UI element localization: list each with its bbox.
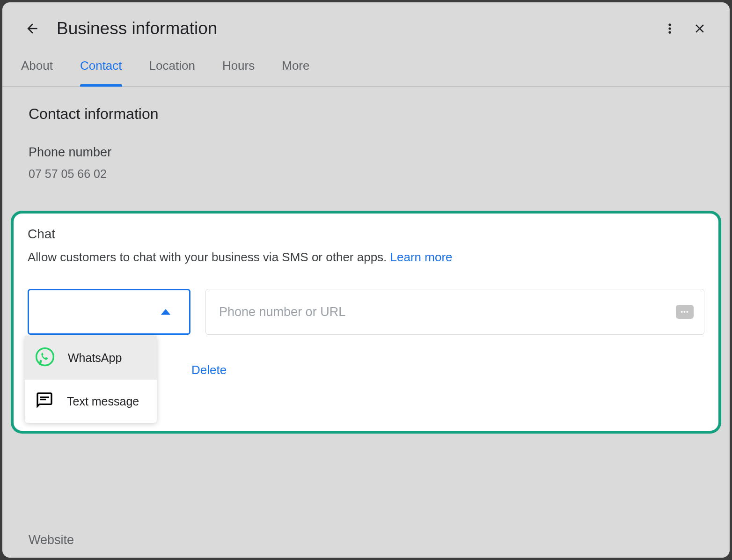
close-icon: [693, 22, 707, 36]
dialog-title: Business information: [57, 19, 651, 38]
back-button[interactable]: [21, 17, 44, 40]
chevron-up-icon: [161, 309, 170, 315]
chat-title: Chat: [28, 227, 704, 242]
dropdown-item-whatsapp[interactable]: WhatsApp: [25, 336, 157, 380]
phone-label: Phone number: [29, 145, 703, 160]
dropdown-label: WhatsApp: [68, 351, 122, 365]
chat-description: Allow customers to chat with your busine…: [28, 250, 704, 265]
content-area: Contact information Phone number 07 57 0…: [2, 87, 730, 199]
phone-placeholder: Phone number or URL: [219, 305, 345, 319]
svg-point-1: [668, 27, 671, 29]
dropdown-item-textmsg[interactable]: Text message: [25, 380, 157, 423]
phone-url-input[interactable]: Phone number or URL: [205, 289, 704, 335]
tab-contact[interactable]: Contact: [80, 53, 122, 86]
text-message-icon: [35, 391, 54, 412]
more-vert-icon: [663, 22, 676, 35]
section-title: Contact information: [29, 105, 703, 123]
chat-app-dropdown: WhatsApp Text message: [25, 336, 157, 423]
svg-point-3: [37, 348, 54, 366]
tab-location[interactable]: Location: [149, 53, 195, 86]
delete-button[interactable]: Delete: [191, 363, 704, 377]
dialog-header: Business information: [2, 2, 730, 53]
svg-point-2: [668, 31, 671, 34]
chat-inputs-row: Phone number or URL: [28, 289, 704, 335]
tab-more[interactable]: More: [282, 53, 309, 86]
tab-about[interactable]: About: [21, 53, 53, 86]
tabs-bar: About Contact Location Hours More: [2, 53, 730, 87]
website-label: Website: [29, 533, 74, 547]
dropdown-label: Text message: [67, 395, 139, 408]
chat-app-select[interactable]: [28, 289, 190, 335]
arrow-back-icon: [25, 21, 40, 36]
keyboard-icon: [676, 305, 694, 319]
whatsapp-icon: [35, 347, 55, 368]
svg-point-0: [668, 23, 671, 26]
learn-more-link[interactable]: Learn more: [390, 250, 453, 264]
close-button[interactable]: [688, 17, 711, 40]
phone-value: 07 57 05 66 02: [29, 167, 703, 181]
business-info-dialog: Business information About Contact Locat…: [2, 2, 730, 558]
more-menu-button[interactable]: [659, 17, 681, 40]
tab-hours[interactable]: Hours: [222, 53, 255, 86]
